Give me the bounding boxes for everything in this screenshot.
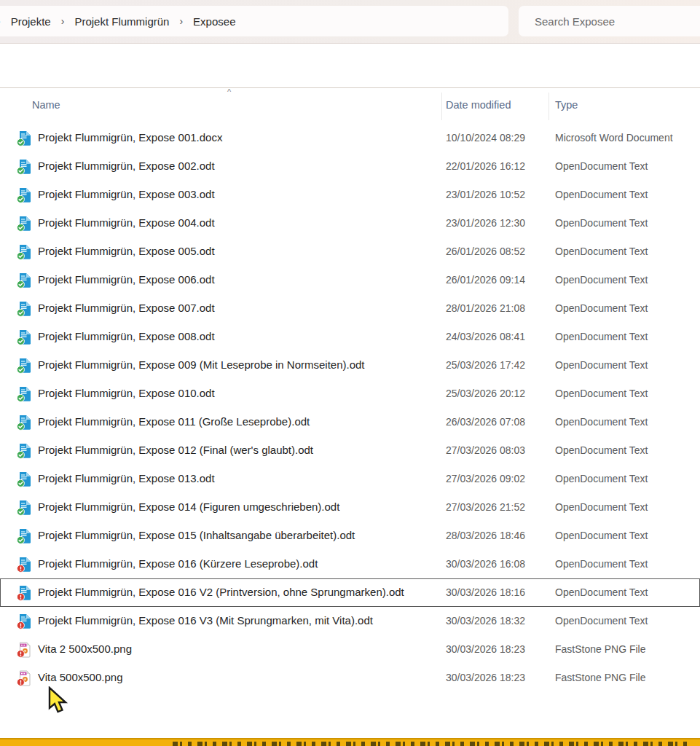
writer-document-icon bbox=[17, 187, 33, 203]
sync-error-icon bbox=[17, 650, 24, 657]
file-type: OpenDocument Text bbox=[555, 246, 648, 257]
writer-document-icon bbox=[17, 443, 33, 459]
file-row[interactable]: Projekt Flummigrün, Expose 016 V3 (Mit S… bbox=[0, 607, 700, 635]
file-icon bbox=[17, 244, 33, 260]
sync-ok-icon bbox=[17, 451, 24, 458]
command-bar bbox=[0, 44, 700, 88]
file-type: OpenDocument Text bbox=[555, 615, 648, 627]
file-icon bbox=[17, 613, 33, 629]
search-input[interactable] bbox=[519, 15, 682, 28]
file-icon bbox=[17, 415, 33, 431]
file-row[interactable]: Projekt Flummigrün, Expose 014 (Figuren … bbox=[0, 493, 700, 522]
file-name: Projekt Flummigrün, Expose 001.docx bbox=[38, 131, 222, 144]
sync-ok-icon bbox=[17, 195, 24, 203]
sync-ok-icon bbox=[17, 366, 24, 373]
notification-bar bbox=[0, 738, 700, 746]
file-icon bbox=[17, 386, 33, 402]
file-row[interactable]: Vita 2 500x500.png 30/03/2026 18:23 Fast… bbox=[0, 635, 700, 664]
sync-ok-icon bbox=[17, 423, 24, 430]
file-row[interactable]: Projekt Flummigrün, Expose 012 (Final (w… bbox=[0, 436, 700, 465]
file-row[interactable]: Projekt Flummigrün, Expose 001.docx 10/1… bbox=[0, 124, 700, 152]
file-row[interactable]: Projekt Flummigrün, Expose 008.odt 24/03… bbox=[0, 323, 700, 351]
file-date: 30/03/2026 16:08 bbox=[446, 558, 525, 570]
file-row[interactable]: Projekt Flummigrün, Expose 002.odt 22/01… bbox=[0, 152, 700, 181]
file-row[interactable]: Projekt Flummigrün, Expose 005.odt 26/01… bbox=[0, 237, 700, 266]
explorer-top-bar: › Projekte › Projekt Flummigrün › Expose… bbox=[0, 0, 700, 44]
file-row[interactable]: Projekt Flummigrün, Expose 003.odt 23/01… bbox=[0, 181, 700, 209]
file-date: 30/03/2026 18:23 bbox=[446, 643, 525, 655]
file-date: 23/01/2026 10:52 bbox=[446, 189, 525, 200]
sync-error-icon bbox=[17, 565, 24, 572]
file-type: Microsoft Word Document bbox=[555, 132, 673, 144]
file-name: Projekt Flummigrün, Expose 010.odt bbox=[38, 387, 215, 399]
file-date: 25/03/2026 20:12 bbox=[446, 388, 525, 399]
file-list: Projekt Flummigrün, Expose 001.docx 10/1… bbox=[0, 124, 700, 692]
file-date: 30/03/2026 18:32 bbox=[446, 615, 525, 627]
file-date: 23/01/2026 12:30 bbox=[446, 217, 525, 229]
file-type: OpenDocument Text bbox=[555, 586, 648, 598]
file-name: Projekt Flummigrün, Expose 003.odt bbox=[38, 188, 215, 200]
file-icon bbox=[17, 216, 33, 232]
sort-ascending-icon[interactable]: ^ bbox=[227, 87, 231, 96]
file-type: OpenDocument Text bbox=[555, 160, 648, 172]
file-icon bbox=[17, 329, 33, 345]
file-name: Projekt Flummigrün, Expose 015 (Inhaltsa… bbox=[38, 529, 355, 541]
file-name: Projekt Flummigrün, Expose 002.odt bbox=[38, 160, 215, 172]
sync-ok-icon bbox=[17, 508, 24, 515]
breadcrumb-item-projekt-flummigruen[interactable]: Projekt Flummigrün bbox=[70, 15, 173, 28]
breadcrumb-item-projekte[interactable]: Projekte bbox=[7, 15, 55, 28]
file-date: 27/03/2026 21:52 bbox=[446, 501, 525, 513]
column-divider[interactable] bbox=[441, 93, 442, 120]
file-row[interactable]: Projekt Flummigrün, Expose 015 (Inhaltsa… bbox=[0, 522, 700, 550]
file-name: Vita 2 500x500.png bbox=[38, 643, 132, 655]
column-header-name[interactable]: Name bbox=[32, 99, 60, 111]
file-icon bbox=[17, 301, 33, 317]
column-header-date-modified[interactable]: Date modified bbox=[446, 99, 511, 111]
file-name: Projekt Flummigrün, Expose 004.odt bbox=[38, 216, 215, 229]
file-row[interactable]: Vita 500x500.png 30/03/2026 18:23 FastSt… bbox=[0, 664, 700, 692]
breadcrumb-item-exposee[interactable]: Exposee bbox=[189, 15, 240, 28]
writer-document-icon bbox=[17, 216, 33, 232]
file-type: OpenDocument Text bbox=[555, 359, 648, 371]
file-icon bbox=[17, 500, 33, 516]
sync-ok-icon bbox=[17, 167, 24, 174]
file-row[interactable]: Projekt Flummigrün, Expose 016 (Kürzere … bbox=[0, 550, 700, 578]
column-divider[interactable] bbox=[548, 93, 549, 120]
file-row[interactable]: Projekt Flummigrün, Expose 004.odt 23/01… bbox=[0, 209, 700, 237]
sync-ok-icon bbox=[17, 309, 24, 316]
file-icon bbox=[17, 471, 33, 487]
writer-document-icon bbox=[17, 613, 33, 629]
sync-error-icon bbox=[17, 593, 24, 600]
writer-document-icon bbox=[17, 471, 33, 487]
file-date: 25/03/2026 17:42 bbox=[446, 359, 525, 371]
file-row[interactable]: Projekt Flummigrün, Expose 010.odt 25/03… bbox=[0, 380, 700, 408]
chevron-right-icon: › bbox=[0, 15, 7, 27]
file-icon bbox=[17, 557, 33, 573]
png-image-icon bbox=[17, 642, 33, 658]
file-icon bbox=[17, 272, 33, 288]
file-row[interactable]: Projekt Flummigrün, Expose 009 (Mit Lese… bbox=[0, 351, 700, 380]
file-type: FastStone PNG File bbox=[555, 643, 646, 655]
search-box bbox=[519, 6, 700, 36]
file-row[interactable]: Projekt Flummigrün, Expose 013.odt 27/03… bbox=[0, 465, 700, 493]
writer-document-icon bbox=[17, 244, 33, 260]
file-date: 22/01/2026 16:12 bbox=[446, 160, 525, 172]
file-type: OpenDocument Text bbox=[555, 444, 648, 456]
file-row[interactable]: Projekt Flummigrün, Expose 016 V2 (Print… bbox=[0, 578, 700, 607]
file-row[interactable]: Projekt Flummigrün, Expose 007.odt 28/01… bbox=[0, 294, 700, 323]
file-list-area: ^ Name Date modified Type bbox=[0, 88, 700, 738]
file-type: OpenDocument Text bbox=[555, 530, 648, 541]
file-row[interactable]: Projekt Flummigrün, Expose 011 (Große Le… bbox=[0, 408, 700, 436]
file-type: OpenDocument Text bbox=[555, 473, 648, 484]
file-name: Projekt Flummigrün, Expose 016 V2 (Print… bbox=[38, 586, 404, 598]
sync-ok-icon bbox=[17, 536, 24, 543]
file-type: OpenDocument Text bbox=[555, 388, 648, 399]
file-icon bbox=[17, 585, 33, 601]
file-row[interactable]: Projekt Flummigrün, Expose 006.odt 26/01… bbox=[0, 266, 700, 294]
file-name: Projekt Flummigrün, Expose 016 V3 (Mit S… bbox=[38, 614, 373, 627]
column-header-type[interactable]: Type bbox=[555, 99, 578, 111]
writer-document-icon bbox=[17, 329, 33, 345]
file-icon bbox=[17, 187, 33, 203]
breadcrumb: › Projekte › Projekt Flummigrün › Expose… bbox=[0, 6, 508, 36]
file-date: 27/03/2026 09:02 bbox=[446, 473, 525, 484]
